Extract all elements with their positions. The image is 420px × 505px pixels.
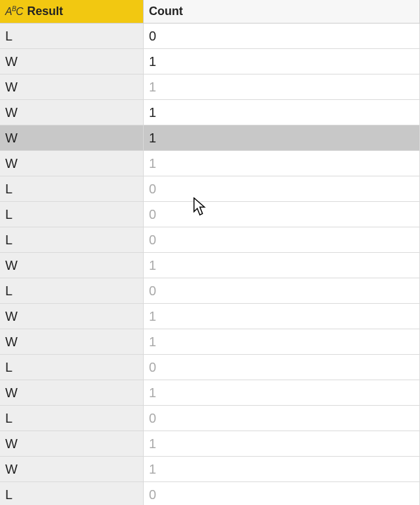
cell-count[interactable]: 0 (144, 482, 420, 505)
text-type-icon: ABC (5, 6, 23, 18)
table-row[interactable]: W1 (0, 253, 420, 278)
table-row[interactable]: W1 (0, 100, 420, 125)
cell-count[interactable]: 1 (144, 431, 420, 457)
column-header-count[interactable]: Count (144, 0, 420, 24)
table-row[interactable]: L0 (0, 176, 420, 202)
cell-count[interactable]: 1 (144, 304, 420, 329)
cell-count[interactable]: 1 (144, 329, 420, 355)
table-row[interactable]: W1 (0, 380, 420, 406)
table-header-row: ABC Result Count (0, 0, 420, 24)
cell-count[interactable]: 1 (144, 380, 420, 406)
cell-count[interactable]: 1 (144, 125, 420, 151)
cell-result[interactable]: L (0, 24, 144, 49)
table-row[interactable]: L0 (0, 406, 420, 431)
cell-result[interactable]: W (0, 431, 144, 457)
cell-result[interactable]: L (0, 202, 144, 227)
cell-result[interactable]: W (0, 49, 144, 74)
cell-result[interactable]: W (0, 253, 144, 278)
cell-result[interactable]: W (0, 125, 144, 151)
cell-result[interactable]: W (0, 100, 144, 125)
table-row[interactable]: W1 (0, 74, 420, 100)
cell-count[interactable]: 0 (144, 278, 420, 304)
cell-count[interactable]: 1 (144, 253, 420, 278)
cell-result[interactable]: W (0, 457, 144, 482)
cell-count[interactable]: 1 (144, 457, 420, 482)
table-row[interactable]: W1 (0, 151, 420, 176)
table-row[interactable]: W1 (0, 457, 420, 482)
cell-count[interactable]: 1 (144, 100, 420, 125)
table-row[interactable]: W1 (0, 49, 420, 74)
table-row[interactable]: L0 (0, 227, 420, 253)
table-row[interactable]: L0 (0, 24, 420, 49)
cell-count[interactable]: 0 (144, 202, 420, 227)
cell-result[interactable]: L (0, 176, 144, 202)
table-row[interactable]: W1 (0, 329, 420, 355)
table-row[interactable]: W1 (0, 125, 420, 151)
cell-result[interactable]: W (0, 380, 144, 406)
cell-count[interactable]: 0 (144, 355, 420, 380)
column-header-label: Count (149, 5, 183, 18)
cell-result[interactable]: W (0, 74, 144, 100)
table-row[interactable]: L0 (0, 278, 420, 304)
cell-count[interactable]: 0 (144, 227, 420, 253)
cell-result[interactable]: L (0, 406, 144, 431)
table-row[interactable]: W1 (0, 431, 420, 457)
cell-result[interactable]: W (0, 329, 144, 355)
cell-count[interactable]: 1 (144, 74, 420, 100)
cell-result[interactable]: W (0, 151, 144, 176)
cell-count[interactable]: 0 (144, 176, 420, 202)
data-table: ABC Result Count L0W1W1W1W1W1L0L0L0W1L0W… (0, 0, 420, 505)
cell-result[interactable]: L (0, 227, 144, 253)
column-header-result[interactable]: ABC Result (0, 0, 144, 24)
cell-result[interactable]: W (0, 304, 144, 329)
cell-count[interactable]: 0 (144, 406, 420, 431)
table-row[interactable]: L0 (0, 202, 420, 227)
table-row[interactable]: L0 (0, 482, 420, 505)
cell-result[interactable]: L (0, 278, 144, 304)
column-header-label: Result (27, 5, 63, 18)
cell-count[interactable]: 0 (144, 24, 420, 49)
cell-count[interactable]: 1 (144, 49, 420, 74)
table-row[interactable]: L0 (0, 355, 420, 380)
table-row[interactable]: W1 (0, 304, 420, 329)
cell-result[interactable]: L (0, 482, 144, 505)
cell-count[interactable]: 1 (144, 151, 420, 176)
cell-result[interactable]: L (0, 355, 144, 380)
